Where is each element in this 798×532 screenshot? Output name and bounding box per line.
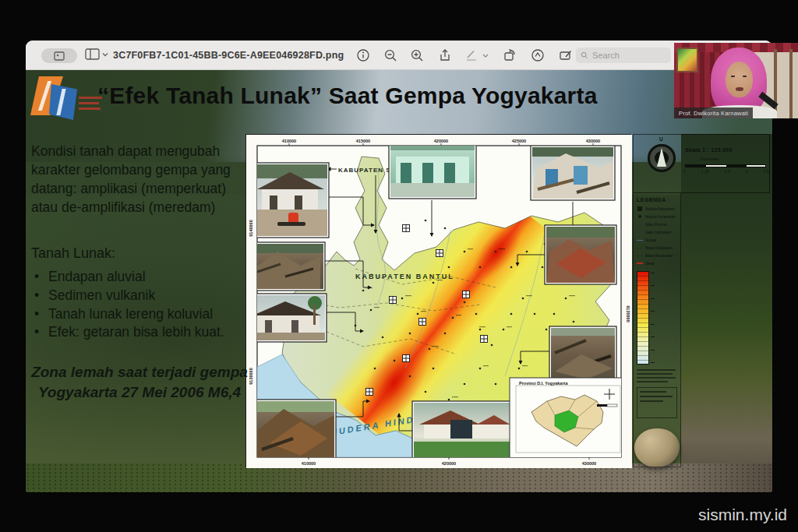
intro-paragraph: Kondisi tanah dapat mengubah karakter ge…: [31, 142, 248, 217]
map-photo-rubble-2: [549, 326, 616, 382]
scale-units: Kilometers: [701, 157, 719, 161]
sidebar-icon: [85, 48, 100, 60]
video-call-screen: 3C7F0FB7-1C01-45BB-9C6E-A9EE046928FD.png: [0, 0, 798, 532]
inset-title: Provinsi D.I. Yogyakarta: [519, 381, 568, 386]
list-item: Sedimen vulkanik: [33, 287, 248, 305]
north-label: U: [659, 136, 663, 142]
svg-text:430000: 430000: [586, 139, 600, 143]
data-source-box: [637, 387, 677, 418]
list-item: Efek: getaran bisa lebih kuat.: [33, 323, 248, 342]
list-item: Tanah lunak lereng koluvial: [33, 305, 248, 324]
legend-item: Ibukota Kecamatan: [637, 213, 677, 220]
participant-name-label: Prof. Dwikorita Karnawati: [674, 107, 753, 118]
preview-toolbar: 3C7F0FB7-1C01-45BB-9C6E-A9EE046928FD.png: [26, 41, 772, 70]
map-photo-green-school: [389, 139, 476, 199]
map-scale-header: U Skala 1 : 125.000 Kilometers 01.25 2.5…: [633, 134, 770, 193]
scale-text: Skala 1 : 125.000: [685, 147, 733, 153]
presentation-slide: “Efek Tanah Lunak” Saat Gempa Yogyakarta…: [26, 70, 772, 492]
map-photo-collapsed-roof: [252, 400, 336, 463]
map-body: SAMUDERA HINDIA: [249, 139, 627, 465]
watermark-text: sismin.my.id: [698, 506, 787, 524]
legend-item: Batas Kecamatan: [637, 252, 677, 259]
kabupaten-bantul-label: KABUPATEN BANTUL: [355, 273, 454, 280]
search-icon: [581, 51, 588, 59]
edit-box-button[interactable]: [559, 48, 573, 62]
window-title-filename: 3C7F0FB7-1C01-45BB-9C6E-A9EE046928FD.png: [113, 41, 344, 70]
map-photo-collapsed-blue: [531, 146, 615, 200]
map-photo-house-person: [251, 163, 329, 238]
scale-bar: [685, 164, 766, 167]
legend-item: Jalan Kabupaten: [637, 228, 677, 236]
slide-title: “Efek Tanah Lunak” Saat Gempa Yogyakarta: [97, 83, 760, 109]
markup-pen-button[interactable]: [464, 48, 478, 62]
hazard-map-panel: SAMUDERA HINDIA: [245, 134, 631, 467]
hazard-map: SAMUDERA HINDIA: [246, 135, 632, 468]
map-photo-rubble-1: [249, 242, 325, 291]
svg-text:425000: 425000: [512, 139, 526, 143]
webcam-video[interactable]: Prof. Dwikorita Karnawati: [674, 43, 798, 118]
wall-picture: [676, 48, 698, 72]
annotate-button[interactable]: [531, 48, 545, 62]
rotate-button[interactable]: [503, 48, 517, 62]
legend-item: Sesar: [637, 259, 677, 267]
legend-notes: [637, 369, 677, 382]
svg-text:9135000: 9135000: [626, 305, 630, 322]
legend-heading: LEGENDA :: [637, 197, 677, 203]
list-item: Endapan aluvial: [33, 268, 248, 287]
zoom-in-button[interactable]: [410, 48, 424, 62]
province-inset-map: Provinsi D.I. Yogyakarta: [510, 378, 627, 459]
sidebar-toggle-button[interactable]: [85, 48, 108, 60]
info-button[interactable]: [356, 48, 370, 62]
svg-text:420000: 420000: [442, 461, 456, 466]
soft-soil-list: Endapan aluvial Sedimen vulkanik Tanah l…: [33, 268, 248, 343]
legend-item: Ibukota Kabupaten: [637, 205, 677, 213]
soft-soil-heading: Tanah Lunak:: [31, 245, 248, 262]
search-input[interactable]: [591, 50, 653, 61]
map-legend: LEGENDA : Ibukota Kabupaten Ibukota Keca…: [633, 193, 681, 467]
svg-text:9140000: 9140000: [249, 220, 253, 236]
image-file-icon: [54, 51, 65, 61]
preview-window: 3C7F0FB7-1C01-45BB-9C6E-A9EE046928FD.png: [26, 41, 772, 492]
compass-icon: [648, 144, 676, 172]
proxy-icon-button[interactable]: [41, 48, 77, 63]
slide-text-column: Kondisi tanah dapat mengubah karakter ge…: [31, 142, 248, 403]
intensity-color-ramp: [637, 271, 677, 365]
legend-item: Sungai: [637, 236, 677, 244]
legend-item: Batas Kabupaten: [637, 244, 677, 252]
map-photo-house-palm: [249, 294, 327, 342]
zoom-out-button[interactable]: [383, 48, 397, 62]
share-button[interactable]: [438, 48, 452, 62]
iabi-logo: [30, 76, 102, 122]
scale-ticks: 01.25 2.55 7.5: [683, 170, 769, 174]
speaker-face: [726, 62, 753, 97]
map-photo-rubble-roofs: [545, 225, 616, 284]
pen-chevron-button[interactable]: [482, 48, 489, 62]
search-field[interactable]: [576, 48, 671, 63]
svg-text:410000: 410000: [282, 139, 296, 143]
weak-zone-note: Zona lemah saat terjadi gempa Yogyakarta…: [31, 362, 248, 402]
svg-text:430000: 430000: [582, 461, 596, 466]
svg-text:9130000: 9130000: [249, 368, 253, 384]
legend-item: Jalan Provinsi: [637, 220, 677, 228]
map-photo-school-field: [412, 401, 515, 465]
chevron-down-icon: [102, 52, 108, 57]
svg-text:420000: 420000: [434, 139, 448, 143]
svg-text:415000: 415000: [356, 139, 370, 143]
window-frame-line: [789, 49, 793, 118]
svg-text:410000: 410000: [302, 461, 316, 466]
